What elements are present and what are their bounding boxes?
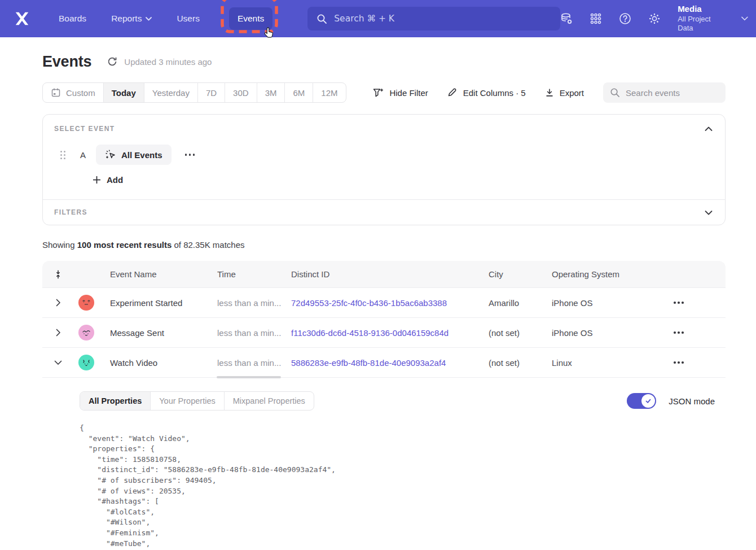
search-events-input[interactable]: Search events	[603, 82, 726, 103]
time-cell: less than a min...	[217, 328, 291, 338]
table-row[interactable]: Message Sent less than a min... f11c30d6…	[42, 318, 726, 348]
row-more-icon[interactable]	[670, 298, 726, 307]
row-more-icon[interactable]	[670, 358, 726, 367]
nav-item-reports[interactable]: Reports	[111, 14, 152, 24]
distinct-id-link[interactable]: 5886283e-e9fb-48fb-81de-40e9093a2af4	[291, 358, 489, 368]
toggle-knob	[641, 394, 655, 408]
date-range-label: Yesterday	[152, 88, 190, 98]
event-row-more-icon[interactable]	[182, 150, 199, 159]
edit-columns-label: Edit Columns · 5	[463, 88, 526, 98]
date-range-label: 6M	[293, 88, 305, 98]
date-range-yesterday[interactable]: Yesterday	[144, 83, 198, 102]
global-search-input[interactable]: Search ⌘ + K	[307, 7, 560, 30]
distinct-id-link[interactable]: f11c30d6-dc6d-4518-9136-0d046159c84d	[291, 328, 489, 338]
refresh-icon[interactable]	[107, 56, 117, 67]
data-management-icon[interactable]	[560, 12, 573, 25]
help-icon[interactable]	[619, 12, 631, 25]
search-icon	[317, 14, 327, 24]
apps-grid-icon[interactable]	[590, 12, 602, 25]
date-range-12m[interactable]: 12M	[313, 83, 345, 102]
global-search-placeholder: Search ⌘ + K	[334, 14, 394, 24]
expand-row-icon[interactable]	[42, 329, 74, 337]
toolbar: Custom Today Yesterday 7D 30D 3M 6M 12M …	[42, 82, 726, 103]
results-prefix: Showing	[42, 240, 77, 250]
table-row-expanded[interactable]: Watch Video less than a min... 5886283e-…	[42, 348, 726, 378]
export-button[interactable]: Export	[545, 88, 584, 98]
nav-item-label: Reports	[111, 14, 142, 24]
top-navbar: Boards Reports Users Events Search ⌘ + K	[0, 0, 756, 37]
date-range-6m[interactable]: 6M	[285, 83, 313, 102]
plus-icon	[93, 176, 101, 184]
distinct-id-link[interactable]: 72d49553-25fc-4f0c-b436-1b5ac6ab3388	[291, 298, 489, 308]
expand-row-icon[interactable]	[42, 299, 74, 307]
filters-section: FILTERS	[43, 200, 725, 225]
date-range-7d[interactable]: 7D	[198, 83, 225, 102]
all-events-spark-icon	[105, 149, 116, 160]
check-icon	[644, 397, 652, 405]
event-avatar	[78, 355, 94, 370]
collapse-section-icon[interactable]	[704, 125, 714, 133]
column-header-distinct-id[interactable]: Distinct ID	[291, 269, 489, 279]
city-cell: (not set)	[489, 328, 552, 338]
mixpanel-logo[interactable]	[14, 11, 30, 26]
events-table: Event Name Time Distinct ID City Operati…	[42, 261, 726, 550]
event-row-letter: A	[80, 150, 86, 160]
download-icon	[545, 88, 554, 97]
primary-nav: Boards Reports Users Events	[59, 7, 272, 30]
hand-cursor-icon	[263, 27, 275, 39]
add-event-button[interactable]: Add	[93, 175, 714, 185]
table-row[interactable]: Experiment Started less than a min... 72…	[42, 288, 726, 318]
date-range-today[interactable]: Today	[104, 83, 144, 102]
column-header-city[interactable]: City	[489, 269, 552, 279]
os-cell: iPhone OS	[552, 328, 649, 338]
event-selector-label: All Events	[121, 150, 162, 160]
os-cell: iPhone OS	[552, 298, 649, 308]
nav-item-label: Users	[177, 14, 199, 24]
event-json-view: { "event": "Watch Video", "properties": …	[80, 423, 726, 550]
results-summary: Showing 100 most recent results of 82.35…	[42, 240, 726, 250]
event-name-cell: Message Sent	[102, 328, 217, 338]
city-cell: (not set)	[489, 358, 552, 368]
nav-item-boards[interactable]: Boards	[59, 14, 86, 24]
date-range-custom[interactable]: Custom	[43, 83, 104, 102]
column-header-event-name[interactable]: Event Name	[102, 269, 217, 279]
drag-handle-icon[interactable]	[60, 150, 66, 160]
filters-label: FILTERS	[54, 208, 87, 216]
tab-all-properties[interactable]: All Properties	[80, 392, 151, 410]
hide-filter-button[interactable]: Hide Filter	[373, 88, 428, 98]
calendar-icon	[51, 88, 61, 98]
horizontal-scrollbar-thumb[interactable]	[217, 376, 281, 378]
time-cell: less than a min...	[217, 298, 291, 308]
event-selector-chip[interactable]: All Events	[96, 145, 172, 165]
add-event-label: Add	[107, 175, 123, 185]
json-mode-toggle[interactable]	[627, 393, 656, 409]
last-updated-text: Updated 3 minutes ago	[124, 57, 212, 67]
results-suffix: of 82.35K matches	[172, 240, 244, 250]
search-icon	[610, 88, 620, 98]
column-header-time[interactable]: Time	[217, 269, 291, 279]
event-name-cell: Watch Video	[102, 358, 217, 368]
settings-gear-icon[interactable]	[648, 12, 661, 25]
navbar-right-cluster: Media All Project Data	[560, 4, 748, 33]
column-header-os[interactable]: Operating System	[552, 269, 649, 279]
nav-item-users[interactable]: Users	[177, 14, 199, 24]
properties-tabs: All Properties Your Properties Mixpanel …	[80, 391, 314, 411]
event-detail-panel: All Properties Your Properties Mixpanel …	[42, 378, 726, 550]
event-avatar	[78, 325, 94, 341]
expand-section-icon[interactable]	[704, 209, 714, 216]
tab-mixpanel-properties[interactable]: Mixpanel Properties	[225, 392, 314, 410]
chevron-down-icon	[146, 17, 152, 21]
date-range-label: 7D	[206, 88, 217, 98]
event-query-row: A All Events	[54, 145, 714, 165]
collapse-row-icon[interactable]	[42, 360, 74, 365]
collapse-all-rows-icon[interactable]	[54, 270, 62, 279]
row-more-icon[interactable]	[670, 328, 726, 337]
filter-funnel-icon	[373, 88, 384, 98]
edit-columns-button[interactable]: Edit Columns · 5	[447, 88, 526, 98]
time-cell: less than a min...	[217, 358, 291, 368]
date-range-3m[interactable]: 3M	[257, 83, 285, 102]
date-range-label: Today	[112, 88, 136, 98]
tab-your-properties[interactable]: Your Properties	[151, 392, 224, 410]
project-switcher[interactable]: Media All Project Data	[678, 4, 723, 33]
date-range-30d[interactable]: 30D	[225, 83, 257, 102]
